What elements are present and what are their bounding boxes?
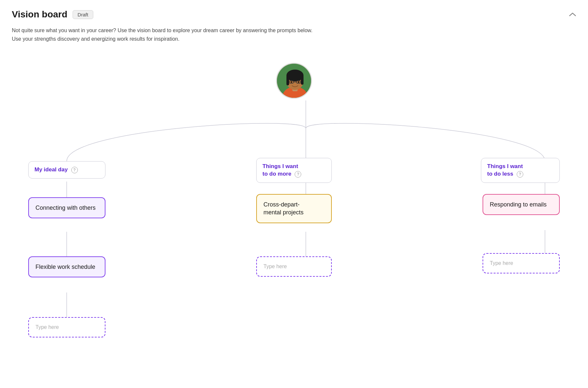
card-type-right[interactable]: Type here (483, 253, 560, 273)
flexible-text: Flexible work schedule (35, 264, 95, 270)
responding-text: Responding to emails (490, 201, 547, 208)
do-more-help-icon[interactable]: ? (295, 171, 301, 178)
card-flexible: Flexible work schedule (28, 256, 105, 277)
type-right-placeholder: Type here (490, 260, 513, 266)
header-left: Vision board Draft (12, 9, 93, 20)
collapse-button[interactable] (569, 10, 576, 19)
do-less-help-icon[interactable]: ? (517, 171, 523, 178)
ideal-day-help-icon[interactable]: ? (71, 167, 78, 173)
description-line1: Not quite sure what you want in your car… (12, 26, 439, 35)
page-title: Vision board (12, 9, 67, 20)
avatar (276, 63, 312, 99)
page-header: Vision board Draft (12, 9, 576, 20)
card-type-center[interactable]: Type here (256, 256, 332, 277)
category-ideal-day: My ideal day ? (28, 161, 105, 179)
cross-dept-text: Cross-depart-mental projects (263, 201, 304, 216)
vision-board-diagram: My ideal day ? Things I wantto do more ?… (12, 56, 576, 325)
svg-rect-13 (286, 75, 289, 85)
svg-point-19 (298, 81, 300, 83)
description-line2: Use your strengths discovery and energiz… (12, 35, 439, 43)
draft-badge: Draft (73, 10, 93, 19)
card-connecting: Connecting with others (28, 197, 105, 218)
card-responding: Responding to emails (483, 194, 560, 215)
category-do-more: Things I wantto do more ? (256, 158, 332, 183)
svg-point-18 (291, 81, 292, 83)
connecting-text: Connecting with others (35, 205, 96, 211)
category-do-less: Things I wantto do less ? (481, 158, 560, 183)
svg-rect-14 (301, 75, 304, 85)
do-more-label: Things I wantto do more (262, 163, 298, 177)
type-left-placeholder: Type here (35, 324, 59, 330)
description: Not quite sure what you want in your car… (12, 26, 439, 43)
card-type-left[interactable]: Type here (28, 317, 105, 337)
type-center-placeholder: Type here (263, 264, 287, 269)
ideal-day-label: My ideal day (34, 166, 68, 173)
card-cross-dept: Cross-depart-mental projects (256, 194, 332, 223)
